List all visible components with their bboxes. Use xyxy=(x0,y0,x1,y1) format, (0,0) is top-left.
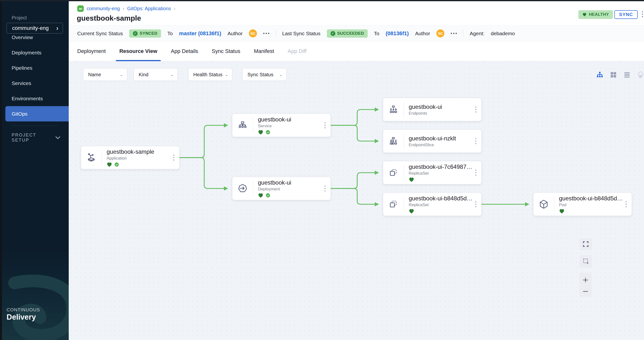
node-kind: Deployment xyxy=(258,187,330,192)
heart-icon xyxy=(582,13,587,16)
last-revision-link[interactable]: (08136f1) xyxy=(386,30,409,37)
node-kind: Service xyxy=(258,124,330,128)
last-sync-label: Last Sync Status xyxy=(282,30,320,36)
pod-icon xyxy=(534,199,554,210)
more-options-icon[interactable] xyxy=(451,33,457,34)
node-kind: ReplicaSet xyxy=(409,202,481,208)
node-title: guestbook-ui xyxy=(409,104,481,110)
sidebar-item-overview[interactable]: Overview xyxy=(0,30,69,45)
author-label: Author xyxy=(415,30,430,36)
node-application[interactable]: guestbook-sample Application xyxy=(81,146,180,169)
grid-view-icon[interactable] xyxy=(610,71,617,78)
tab-app-details[interactable]: App Details xyxy=(171,42,198,61)
node-title: guestbook-ui xyxy=(258,179,330,186)
node-title: guestbook-ui-7c64987dc9 xyxy=(409,164,481,170)
project-setup-toggle[interactable]: PROJECT SETUP xyxy=(12,132,60,143)
node-replicaset-b848d5d9d[interactable]: guestbook-ui-b848d5d9d ReplicaSet xyxy=(383,192,482,216)
fullscreen-icon xyxy=(582,241,589,247)
chevron-down-icon xyxy=(55,136,60,139)
synced-check-icon xyxy=(266,130,270,135)
chevron-down-icon: ⌄ xyxy=(120,72,123,77)
endpointslice-icon xyxy=(383,136,404,147)
node-endpoints[interactable]: guestbook-ui Endpoints xyxy=(383,98,482,121)
sidebar-nav: Overview Deployments Pipelines Services … xyxy=(0,30,69,122)
agent-label: Agent: xyxy=(470,30,484,36)
healthy-heart-icon xyxy=(258,130,264,135)
filter-kind[interactable]: Kind ⌄ xyxy=(134,68,178,81)
filter-health-status[interactable]: Health Status ⌄ xyxy=(188,68,232,81)
synced-check-icon xyxy=(266,193,270,198)
window-top-edge xyxy=(0,0,644,1)
zoom-in-icon[interactable] xyxy=(582,277,589,283)
chevron-down-icon: ⌄ xyxy=(170,72,174,77)
resource-graph-canvas[interactable]: Name ⌄ Kind ⌄ Health Status ⌄ Sync Statu… xyxy=(69,61,644,340)
list-view-icon[interactable] xyxy=(623,71,631,78)
breadcrumb-applications-link[interactable]: GitOps: Applications xyxy=(127,6,171,12)
node-kind: Endpoints xyxy=(409,111,481,116)
agent-value: debademo xyxy=(491,30,515,36)
node-menu-kebab[interactable] xyxy=(474,169,478,177)
breadcrumb-project-link[interactable]: community-eng xyxy=(87,6,120,12)
node-title: guestbook-ui-b848d5d9d xyxy=(409,195,481,202)
check-circle-icon: ✓ xyxy=(133,31,138,36)
node-deployment[interactable]: guestbook-ui Deployment xyxy=(232,177,331,200)
tab-deployment[interactable]: Deployment xyxy=(77,42,106,61)
deployment-icon xyxy=(232,183,253,194)
node-replicaset-7c64987dc9[interactable]: guestbook-ui-7c64987dc9 ReplicaSet xyxy=(383,161,482,184)
node-pod[interactable]: guestbook-ui-b848d5d9... Pod xyxy=(533,192,632,216)
marquee-icon xyxy=(582,258,589,264)
more-options-icon[interactable] xyxy=(263,33,269,34)
page-title: guestbook-sample xyxy=(77,14,141,22)
node-kind: Pod xyxy=(559,202,632,208)
sidebar-item-environments[interactable]: Environments xyxy=(0,91,69,106)
node-menu-kebab[interactable] xyxy=(474,106,478,114)
sidebar-footer: CONTINUOUS Delivery xyxy=(0,284,69,340)
sidebar-item-pipelines[interactable]: Pipelines xyxy=(0,60,69,76)
app-menu-kebab-icon[interactable] xyxy=(642,11,643,17)
healthy-heart-icon xyxy=(409,177,414,182)
tab-manifest[interactable]: Manifest xyxy=(254,42,274,61)
current-revision-link[interactable]: master (08136f1) xyxy=(179,30,221,37)
node-menu-kebab[interactable] xyxy=(172,154,175,162)
healthy-heart-icon xyxy=(258,193,264,198)
node-title: guestbook-ui-nzklt xyxy=(409,135,481,142)
node-menu-kebab[interactable] xyxy=(624,200,628,208)
marquee-select-button[interactable] xyxy=(580,255,592,267)
replicaset-icon xyxy=(383,199,404,210)
fit-to-screen-button[interactable] xyxy=(580,238,592,250)
tab-resource-view[interactable]: Resource View xyxy=(119,42,157,61)
sidebar: Project community-eng › Overview Deploym… xyxy=(0,0,69,340)
sidebar-item-services[interactable]: Services xyxy=(0,76,69,91)
filter-sync-status[interactable]: Sync Status ⌄ xyxy=(242,68,286,81)
node-menu-kebab[interactable] xyxy=(324,122,326,130)
author-avatar[interactable]: SC xyxy=(436,30,444,38)
node-kind: Application xyxy=(106,156,179,161)
current-sync-label: Current Sync Status xyxy=(77,30,123,36)
node-endpointslice[interactable]: guestbook-ui-nzklt EndpointSlice xyxy=(383,130,482,153)
breadcrumb: ∞ community-eng › GitOps: Applications › xyxy=(77,5,175,12)
cloud-view-icon[interactable] xyxy=(637,71,644,78)
healthy-heart-icon xyxy=(106,162,112,167)
node-service[interactable]: guestbook-ui Service xyxy=(232,114,331,137)
node-menu-kebab[interactable] xyxy=(474,200,478,208)
gitops-app-icon: ∞ xyxy=(77,5,84,12)
filter-name[interactable]: Name ⌄ xyxy=(83,68,127,81)
node-menu-kebab[interactable] xyxy=(474,137,478,145)
node-kind: EndpointSlice xyxy=(409,142,481,148)
app-window: Project community-eng › Overview Deploym… xyxy=(0,0,644,340)
sidebar-divider xyxy=(12,125,58,126)
sync-button[interactable]: SYNC xyxy=(614,10,638,19)
endpoints-icon xyxy=(383,104,404,115)
sidebar-item-gitops[interactable]: GitOps xyxy=(5,106,69,122)
tree-view-icon[interactable] xyxy=(596,71,604,78)
sidebar-item-deployments[interactable]: Deployments xyxy=(0,45,69,60)
author-avatar[interactable]: SC xyxy=(249,30,257,38)
health-status-badge[interactable]: HEALTHY xyxy=(578,10,613,19)
node-title: guestbook-ui xyxy=(258,116,330,123)
node-kind: ReplicaSet xyxy=(409,171,481,176)
tab-sync-status[interactable]: Sync Status xyxy=(212,42,240,61)
node-title: guestbook-ui-b848d5d9... xyxy=(559,195,632,202)
healthy-heart-icon xyxy=(559,208,564,214)
node-menu-kebab[interactable] xyxy=(324,184,326,192)
zoom-out-icon[interactable] xyxy=(582,290,589,292)
